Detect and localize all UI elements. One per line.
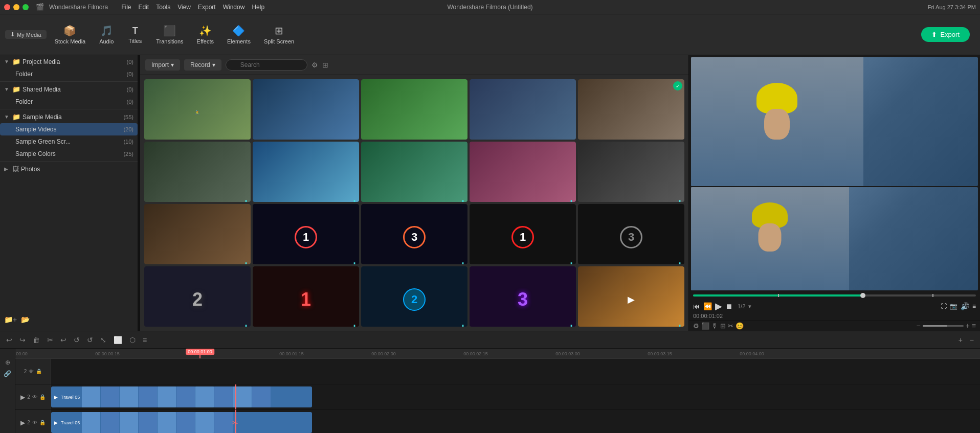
zoom-slider[interactable] [923, 325, 964, 327]
media-item-cherry[interactable]: ⬇ Cherry Blossom [470, 142, 576, 202]
media-item-countdown1[interactable]: 1 ⬇ Countdown 1 [253, 204, 359, 264]
zoom-out-icon[interactable]: − [916, 322, 920, 330]
mic-icon[interactable]: 🎙 [711, 322, 718, 330]
zoom-in-icon[interactable]: + [966, 322, 970, 330]
track-clip-2[interactable]: ▶ Travel 05 ✂ [51, 412, 312, 433]
add-media-side-button[interactable]: ⊕ [5, 359, 10, 366]
toolbar-effects[interactable]: ✨ Effects [192, 21, 219, 48]
media-item-travel02[interactable]: Travel 02 [253, 79, 359, 140]
fit-button[interactable]: ⤡ [98, 335, 108, 345]
snap-button[interactable]: 🔗 [4, 370, 11, 377]
sidebar-item-sample-colors[interactable]: Sample Colors (25) [0, 148, 138, 160]
track-clip-1[interactable]: ▶ Travel 05 [51, 386, 312, 407]
sidebar-item-sample-green[interactable]: Sample Green Scr... (10) [0, 135, 138, 148]
mute-button[interactable]: 🔊 [961, 302, 969, 310]
media-item-r5[interactable]: ▶ ⬇ [578, 266, 684, 327]
toolbar-titles[interactable]: T Titles [122, 22, 148, 47]
media-item-countdown2[interactable]: 3 ⬇ Countdown 2 [361, 204, 467, 264]
cut-timeline-button[interactable]: ✂ [45, 335, 55, 345]
toolbar-transitions[interactable]: ⬛ Transitions [151, 21, 188, 48]
skip-back-button[interactable]: ⏮ [693, 302, 700, 310]
media-item-travel05[interactable]: ✓ Travel 05 [578, 79, 684, 140]
add-track-button[interactable]: + [956, 335, 965, 345]
sidebar-item-shared-media[interactable]: ▼ 📁 Shared Media (0) [0, 83, 138, 96]
grid-lines-icon[interactable]: ≡ [972, 322, 976, 330]
crop-icon[interactable]: ⬛ [701, 322, 709, 330]
new-folder-icon[interactable]: 📂 [21, 315, 30, 324]
sticker-icon[interactable]: 😊 [736, 322, 744, 330]
freeze-button[interactable]: ⬜ [112, 335, 124, 345]
settings-icon[interactable]: ⚙ [693, 322, 699, 330]
media-item-food[interactable]: ⬇ Food [144, 204, 251, 264]
media-item-r2[interactable]: 1 ⬇ [253, 266, 359, 327]
sidebar-item-project-folder[interactable]: Folder (0) [0, 68, 138, 80]
flip-button[interactable]: ↺ [85, 335, 95, 345]
mask-button[interactable]: ⬡ [127, 335, 138, 345]
media-item-travel03[interactable]: Travel 03 [361, 79, 467, 140]
rotate-button[interactable]: ↺ [72, 335, 82, 345]
media-item-travel01[interactable]: 🚴 Travel 01 [144, 79, 251, 140]
media-item-r1[interactable]: 2 ⬇ [144, 266, 251, 327]
media-item-travel06[interactable]: ⬇ Travel 06 [144, 142, 251, 202]
media-item-plating[interactable]: ⬇ Plating Food [578, 142, 684, 202]
cut-icon[interactable]: ✂ [728, 322, 733, 330]
fullscreen-button[interactable]: ⛶ [941, 303, 947, 310]
media-item-islands[interactable]: ⬇ Islands [361, 142, 467, 202]
menu-help[interactable]: Help [252, 4, 264, 11]
preview-fraction-select[interactable]: ▾ [748, 303, 751, 310]
media-item-travel04[interactable]: Travel 04 [470, 79, 576, 140]
toolbar-elements[interactable]: 🔷 Elements [222, 21, 256, 48]
track-2-lock[interactable]: 🔒 [39, 394, 46, 400]
menu-file[interactable]: File [121, 4, 131, 11]
stop-button[interactable]: ⏹ [725, 302, 732, 310]
import-button[interactable]: Import ▾ [145, 59, 180, 71]
delete-track-button[interactable]: − [968, 335, 976, 345]
snapshot-button[interactable]: 📷 [950, 303, 957, 310]
track-2-eye[interactable]: 👁 [32, 394, 37, 400]
close-button[interactable] [4, 4, 10, 10]
layout-icon[interactable]: ⊞ [720, 322, 726, 330]
sidebar-item-photos[interactable]: ▶ 🖼 Photos [0, 163, 138, 175]
media-item-beach[interactable]: ⬇ Beach [253, 142, 359, 202]
minimize-button[interactable] [13, 4, 19, 10]
record-button[interactable]: Record ▾ [184, 59, 221, 71]
delete-button[interactable]: 🗑 [31, 335, 42, 345]
menu-edit[interactable]: Edit [139, 4, 149, 11]
toolbar-stock-media[interactable]: 📦 Stock Media [50, 21, 91, 48]
toolbar-audio[interactable]: 🎵 Audio [94, 21, 119, 48]
toolbar-split-screen[interactable]: ⊞ Split Screen [259, 21, 299, 48]
undo-button[interactable]: ↩ [4, 335, 14, 345]
play-button[interactable]: ▶ [715, 301, 722, 312]
search-input[interactable] [226, 59, 307, 71]
track-1-lock[interactable]: 🔒 [36, 369, 42, 374]
menu-export[interactable]: Export [198, 4, 216, 11]
volume-button[interactable]: ≡ [972, 303, 976, 310]
media-item-countdown4[interactable]: 3 ⬇ Countdown 4 [578, 204, 684, 264]
menu-tools[interactable]: Tools [156, 4, 170, 11]
track-1-eye[interactable]: 👁 [29, 369, 34, 374]
media-thumb-beach: ⬇ [253, 142, 359, 202]
import-tab[interactable]: ⬇ My Media [5, 30, 47, 39]
media-item-countdown3[interactable]: 1 ⬇ Countdown 3 [470, 204, 576, 264]
add-folder-icon[interactable]: 📁+ [4, 315, 17, 324]
menu-window[interactable]: Window [223, 4, 245, 11]
preview-progress-thumb[interactable] [860, 293, 865, 298]
media-item-r4[interactable]: 3 ⬇ [470, 266, 576, 327]
track-3-lock[interactable]: 🔒 [39, 420, 46, 425]
track-3-eye[interactable]: 👁 [32, 420, 37, 425]
menu-view[interactable]: View [177, 4, 191, 11]
export-button[interactable]: ⬆ Export [921, 27, 970, 42]
sidebar-item-sample-videos[interactable]: Sample Videos (20) [0, 123, 138, 135]
sidebar-item-project-media[interactable]: ▼ 📁 Project Media (0) [0, 55, 138, 68]
preview-progress-bar[interactable] [693, 294, 976, 297]
media-item-r3[interactable]: 2 ⬇ [361, 266, 467, 327]
filter-button[interactable]: ⚙ [311, 61, 318, 69]
sidebar-item-shared-folder[interactable]: Folder (0) [0, 96, 138, 108]
redo-button[interactable]: ↪ [17, 335, 28, 345]
step-back-button[interactable]: ⏪ [703, 302, 712, 310]
crop-timeline-button[interactable]: ↩ [58, 335, 69, 345]
sidebar-item-sample-media[interactable]: ▼ 📁 Sample Media (55) [0, 110, 138, 123]
more-button[interactable]: ≡ [141, 335, 149, 345]
grid-toggle-button[interactable]: ⊞ [322, 61, 328, 69]
maximize-button[interactable] [23, 4, 29, 10]
